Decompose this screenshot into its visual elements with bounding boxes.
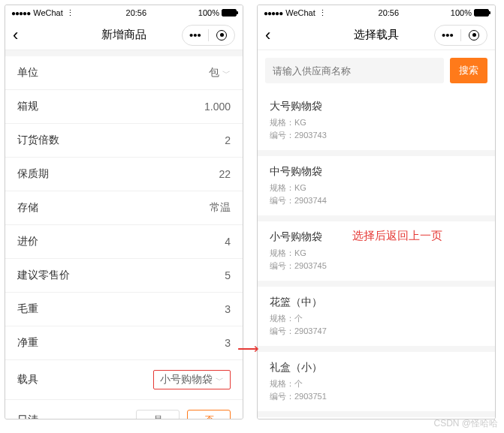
menu-icon[interactable]: ••• xyxy=(183,29,208,41)
row-label: 建议零售价 xyxy=(17,269,70,282)
row-value: 4 xyxy=(225,236,231,248)
carrier-label: WeChat xyxy=(33,8,63,17)
time-label: 20:56 xyxy=(126,8,147,17)
item-meta: 规格：KG xyxy=(270,116,483,129)
time-label: 20:56 xyxy=(379,8,400,17)
watermark: CSDN @怪哈哈 xyxy=(433,417,498,430)
row-value: 5 xyxy=(225,269,231,281)
form-row[interactable]: 日清是否 xyxy=(5,400,243,419)
row-value: 3 xyxy=(225,337,231,349)
item-code: 编号：2903751 xyxy=(270,390,483,403)
page-title: 选择载具 xyxy=(354,28,399,42)
form-row[interactable]: 载具小号购物袋﹀ xyxy=(5,360,243,400)
row-label: 进价 xyxy=(17,235,38,248)
row-value: 3 xyxy=(225,303,231,315)
row-label: 载具 xyxy=(17,373,38,386)
nav-bar: ‹ 新增商品 ••• xyxy=(5,20,243,50)
form-row[interactable]: 存储常温 xyxy=(5,191,243,225)
chevron-down-icon: ﹀ xyxy=(216,374,224,386)
row-value: 小号购物袋﹀ xyxy=(153,370,231,389)
status-bar: ●●●●●WeChat⋮ 20:56 100% xyxy=(258,5,495,20)
page-title: 新增商品 xyxy=(101,28,146,42)
signal-icon: ●●●●● xyxy=(264,9,282,17)
annotation-text: 选择后返回上一页 xyxy=(352,229,442,243)
capsule-menu: ••• xyxy=(182,25,235,46)
battery-percent: 100% xyxy=(451,8,472,17)
form-row[interactable]: 保质期22 xyxy=(5,158,243,191)
capsule-menu: ••• xyxy=(434,25,487,46)
wifi-icon: ⋮ xyxy=(318,8,327,18)
back-icon[interactable]: ‹ xyxy=(13,26,18,45)
segment-control: 是否 xyxy=(136,410,231,419)
nav-bar: ‹ 选择载具 ••• xyxy=(258,20,495,50)
list-item[interactable]: 花篮（中）规格：个编号：2903747 xyxy=(258,287,495,346)
row-label: 单位 xyxy=(17,66,38,80)
form-row[interactable]: 净重3 xyxy=(5,326,243,360)
form-content: 单位包﹀箱规1.000订货倍数2保质期22存储常温进价4建议零售价5毛重3净重3… xyxy=(5,50,243,419)
form-row[interactable]: 毛重3 xyxy=(5,293,243,326)
row-label: 存储 xyxy=(17,201,38,215)
item-title: 礼盒（小） xyxy=(270,361,483,374)
arrow-annotation: ⟶ xyxy=(237,339,259,357)
form-row[interactable]: 建议零售价5 xyxy=(5,259,243,293)
search-input[interactable] xyxy=(265,58,444,83)
carrier-label: WeChat xyxy=(285,8,315,17)
item-code: 编号：2903743 xyxy=(270,129,483,142)
item-code: 编号：2903747 xyxy=(270,325,483,338)
row-label: 订货倍数 xyxy=(17,134,59,147)
form-row[interactable]: 进价4 xyxy=(5,225,243,259)
search-bar: 搜索 xyxy=(258,50,495,91)
list-content: 大号购物袋规格：KG编号：2903743中号购物袋规格：KG编号：2903744… xyxy=(258,91,495,419)
row-value: 常温 xyxy=(210,201,231,215)
form-row[interactable]: 箱规1.000 xyxy=(5,90,243,124)
wifi-icon: ⋮ xyxy=(66,8,74,18)
row-label: 日清 xyxy=(17,413,38,419)
form-row[interactable]: 订货倍数2 xyxy=(5,124,243,158)
item-title: 中号购物袋 xyxy=(270,165,483,179)
list-item[interactable]: 大号购物袋规格：KG编号：2903743 xyxy=(258,91,495,150)
item-meta: 规格：KG xyxy=(270,182,483,194)
row-value: 1.000 xyxy=(204,101,231,113)
back-icon[interactable]: ‹ xyxy=(265,26,270,45)
row-label: 净重 xyxy=(17,336,38,350)
row-label: 保质期 xyxy=(17,167,49,181)
close-icon[interactable] xyxy=(209,30,234,41)
signal-icon: ●●●●● xyxy=(11,9,30,17)
battery-percent: 100% xyxy=(198,8,219,17)
item-title: 花篮（中） xyxy=(270,296,483,309)
battery-icon xyxy=(222,9,237,17)
menu-icon[interactable]: ••• xyxy=(435,29,460,41)
item-meta: 规格：个 xyxy=(270,312,483,325)
segment-option[interactable]: 是 xyxy=(136,410,180,419)
close-icon[interactable] xyxy=(461,30,487,41)
row-value: 包﹀ xyxy=(209,66,231,80)
item-code: 编号：2903745 xyxy=(270,260,483,272)
row-label: 箱规 xyxy=(17,100,38,113)
item-meta: 规格：个 xyxy=(270,377,483,390)
status-bar: ●●●●●WeChat⋮ 20:56 100% xyxy=(5,5,243,20)
item-title: 大号购物袋 xyxy=(270,100,483,113)
row-label: 毛重 xyxy=(17,302,38,316)
list-item[interactable]: 中号购物袋规格：KG编号：2903744 xyxy=(258,156,495,215)
row-value: 2 xyxy=(225,134,231,146)
segment-option[interactable]: 否 xyxy=(187,410,231,419)
chevron-down-icon: ﹀ xyxy=(222,68,231,79)
item-code: 编号：2903744 xyxy=(270,194,483,207)
phone-right: ●●●●●WeChat⋮ 20:56 100% ‹ 选择载具 ••• 搜索 大号… xyxy=(257,5,496,419)
row-value: 22 xyxy=(219,168,231,180)
search-button[interactable]: 搜索 xyxy=(450,58,487,83)
item-meta: 规格：KG xyxy=(270,247,483,260)
list-item[interactable]: 礼盒（小）规格：个编号：2903751 xyxy=(258,352,495,411)
battery-icon xyxy=(474,9,489,17)
phone-left: ●●●●●WeChat⋮ 20:56 100% ‹ 新增商品 ••• 单位包﹀箱… xyxy=(5,5,243,419)
form-row[interactable]: 单位包﹀ xyxy=(5,56,243,90)
